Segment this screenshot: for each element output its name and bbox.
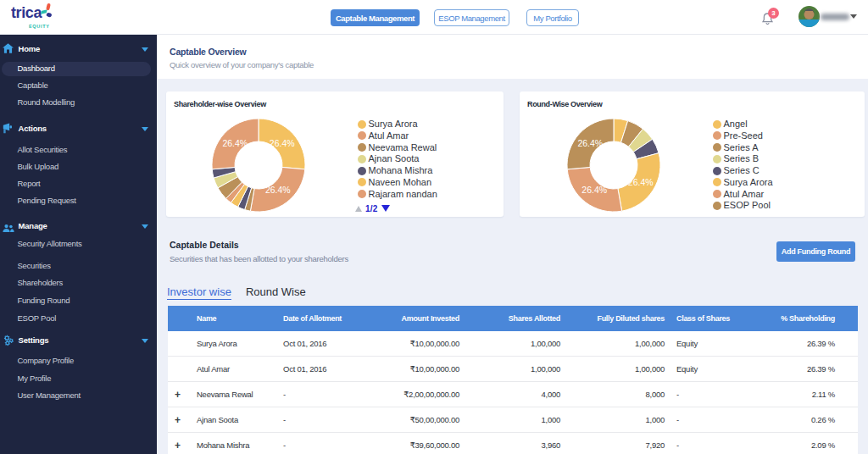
svg-text:26.4%: 26.4% xyxy=(270,138,295,148)
svg-text:26.4%: 26.4% xyxy=(577,138,603,148)
svg-text:26.4%: 26.4% xyxy=(265,185,291,195)
svg-text:26.4%: 26.4% xyxy=(628,177,654,187)
svg-text:26.4%: 26.4% xyxy=(222,138,248,148)
svg-text:26.4%: 26.4% xyxy=(581,185,607,195)
